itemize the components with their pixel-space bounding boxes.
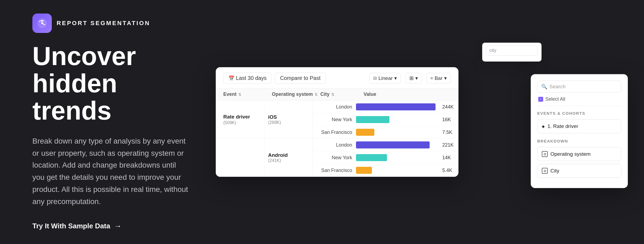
grid-chevron: ▾ bbox=[415, 75, 418, 81]
sort-icon-event[interactable]: ⇅ bbox=[238, 92, 241, 97]
bar-track-1-3 bbox=[356, 129, 440, 136]
list-item: New York 14K bbox=[313, 151, 458, 164]
svg-point-1 bbox=[41, 22, 43, 24]
diamond-icon: ◆ bbox=[542, 124, 545, 128]
os-cell-2: Android (241K) bbox=[264, 139, 313, 177]
page-wrapper: REPORT SEGMENTATION Uncover hidden trend… bbox=[0, 0, 644, 244]
search-input[interactable]: Search bbox=[549, 84, 617, 90]
linear-label: Linear bbox=[378, 75, 393, 81]
bar-cell-1-1: 244K bbox=[356, 103, 458, 110]
city-name-2-1: London bbox=[313, 142, 356, 148]
bar-icon: ≡ bbox=[430, 76, 433, 81]
event-name-1: Rate driver bbox=[223, 114, 250, 120]
bar-cell-1-2: 16K bbox=[356, 116, 458, 123]
bar-track-1-1 bbox=[356, 103, 440, 110]
breakdown-section-title: BREAKDOWN bbox=[537, 139, 621, 143]
date-btn-label: Last 30 days bbox=[236, 75, 266, 81]
os-cell-1: iOS (268K) bbox=[264, 101, 313, 138]
linear-icon: ⊟ bbox=[373, 76, 377, 81]
table-body: Rate driver (509K) iOS (268K) London bbox=[216, 101, 458, 177]
compare-btn-label: Compare to Past bbox=[280, 75, 320, 81]
bar-value-1-2: 16K bbox=[442, 117, 456, 123]
city-name-1-3: San Francisco bbox=[313, 130, 356, 135]
list-item: London 221K bbox=[313, 139, 458, 151]
breakdown-item-os[interactable]: ⊡ Operating system bbox=[537, 147, 621, 161]
toolbar-right: ⊟ Linear ▾ ⊞ ▾ ≡ Bar ▾ bbox=[369, 73, 451, 83]
os-name-1: iOS bbox=[268, 114, 277, 120]
date-range-button[interactable]: 📅 Last 30 days bbox=[223, 73, 272, 84]
city-name-1-1: London bbox=[313, 104, 356, 110]
select-all-label: Select All bbox=[545, 96, 565, 102]
city-rows-2: London 221K New York bbox=[313, 139, 458, 177]
table-row: Android (241K) London 221K bbox=[216, 139, 458, 177]
logo-icon bbox=[32, 13, 52, 33]
col-header-value: Value bbox=[364, 91, 451, 97]
search-box[interactable]: 🔍 Search bbox=[537, 81, 621, 93]
linear-chevron: ▾ bbox=[394, 75, 397, 81]
event-cell-2 bbox=[216, 139, 264, 177]
description-text: Break down any type of analysis by any e… bbox=[32, 135, 189, 208]
city-name-2-3: San Francisco bbox=[313, 168, 356, 173]
bar-label: Bar bbox=[434, 75, 443, 81]
bar-value-1-1: 244K bbox=[442, 104, 456, 110]
bar-button[interactable]: ≡ Bar ▾ bbox=[426, 73, 451, 83]
select-all-checkbox[interactable]: ✓ bbox=[538, 97, 543, 101]
bar-fill-2-1 bbox=[356, 141, 430, 148]
chart-toolbar: 📅 Last 30 days Compare to Past ⊟ Linear … bbox=[216, 67, 458, 88]
event-count-1: (509K) bbox=[223, 120, 236, 125]
cta-label: Try It With Sample Data bbox=[32, 222, 110, 230]
city-dropdown-card: city bbox=[482, 43, 542, 62]
linear-button[interactable]: ⊟ Linear ▾ bbox=[369, 73, 401, 83]
table-header: Event ⇅ Operating system ⇅ City ⇅ Value bbox=[216, 88, 458, 101]
event-item-1[interactable]: ◆ 1. Rate driver bbox=[537, 119, 621, 133]
table-row: Rate driver (509K) iOS (268K) London bbox=[216, 101, 458, 139]
breakdown-item-city[interactable]: ⊡ City bbox=[537, 164, 621, 178]
bar-value-2-1: 221K bbox=[442, 142, 456, 148]
bar-value-2-2: 14K bbox=[442, 155, 456, 161]
col-header-city: City ⇅ bbox=[320, 91, 364, 97]
bar-fill-1-1 bbox=[356, 103, 436, 110]
sort-icon-os[interactable]: ⇅ bbox=[314, 92, 318, 97]
toolbar-left: 📅 Last 30 days Compare to Past bbox=[223, 73, 326, 84]
city-name-2-2: New York bbox=[313, 155, 356, 161]
bar-value-1-3: 7.5K bbox=[442, 130, 456, 135]
os-count-1: (268K) bbox=[268, 120, 281, 125]
os-count-2: (241K) bbox=[268, 158, 281, 163]
left-panel: REPORT SEGMENTATION Uncover hidden trend… bbox=[32, 13, 200, 230]
grid-icon: ⊞ bbox=[409, 75, 414, 81]
grid-button[interactable]: ⊞ ▾ bbox=[405, 73, 422, 83]
city-dropdown-input[interactable]: city bbox=[486, 45, 538, 56]
breakdown-label-city: City bbox=[550, 168, 559, 174]
bar-track-2-2 bbox=[356, 154, 440, 161]
cta-arrow: → bbox=[114, 222, 122, 231]
compare-to-past-button[interactable]: Compare to Past bbox=[275, 73, 326, 84]
bar-fill-2-3 bbox=[356, 167, 372, 174]
search-icon: 🔍 bbox=[541, 84, 547, 90]
col-header-event: Event ⇅ bbox=[223, 91, 272, 97]
os-name-2: Android bbox=[268, 152, 288, 158]
sort-icon-city[interactable]: ⇅ bbox=[331, 92, 334, 97]
calendar-icon: 📅 bbox=[228, 75, 234, 81]
right-panel: 📅 Last 30 days Compare to Past ⊟ Linear … bbox=[200, 0, 612, 244]
cta-link[interactable]: Try It With Sample Data → bbox=[32, 222, 200, 231]
search-panel-card: 🔍 Search ✓ Select All EVENTS & COHORTS ◆… bbox=[531, 74, 628, 188]
bar-track-2-3 bbox=[356, 167, 440, 174]
logo-row: REPORT SEGMENTATION bbox=[32, 13, 200, 33]
breakdown-os-icon: ⊡ bbox=[542, 151, 548, 157]
bar-track-2-1 bbox=[356, 141, 440, 148]
chart-card: 📅 Last 30 days Compare to Past ⊟ Linear … bbox=[216, 67, 458, 177]
list-item: San Francisco 5.4K bbox=[313, 164, 458, 177]
col-header-os: Operating system ⇅ bbox=[272, 91, 320, 97]
bar-cell-2-2: 14K bbox=[356, 154, 458, 161]
list-item: London 244K bbox=[313, 101, 458, 113]
list-item: San Francisco 7.5K bbox=[313, 126, 458, 138]
main-title: Uncover hidden trends bbox=[32, 43, 200, 124]
bar-chevron: ▾ bbox=[444, 75, 447, 81]
bar-fill-1-2 bbox=[356, 116, 389, 123]
bar-fill-1-3 bbox=[356, 129, 374, 136]
bar-track-1-2 bbox=[356, 116, 440, 123]
city-dropdown-placeholder: city bbox=[489, 48, 496, 53]
events-section-title: EVENTS & COHORTS bbox=[537, 111, 621, 116]
bar-fill-2-2 bbox=[356, 154, 387, 161]
breakdown-city-icon: ⊡ bbox=[542, 168, 548, 174]
